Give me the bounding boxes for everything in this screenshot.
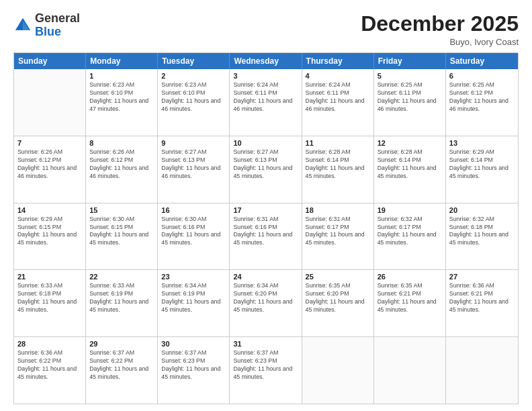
logo: General Blue	[13, 12, 80, 39]
calendar-cell: 18Sunrise: 6:31 AM Sunset: 6:17 PM Dayli…	[302, 203, 374, 270]
day-info: Sunrise: 6:30 AM Sunset: 6:15 PM Dayligh…	[89, 216, 154, 248]
calendar-header: SundayMondayTuesdayWednesdayThursdayFrid…	[14, 53, 518, 69]
day-info: Sunrise: 6:26 AM Sunset: 6:12 PM Dayligh…	[17, 148, 82, 181]
day-info: Sunrise: 6:27 AM Sunset: 6:13 PM Dayligh…	[161, 148, 226, 181]
header: General Blue December 2025 Buyo, Ivory C…	[13, 12, 519, 47]
calendar-cell: 14Sunrise: 6:29 AM Sunset: 6:15 PM Dayli…	[14, 203, 86, 270]
day-info: Sunrise: 6:28 AM Sunset: 6:14 PM Dayligh…	[306, 148, 370, 181]
calendar-cell: 19Sunrise: 6:32 AM Sunset: 6:17 PM Dayli…	[374, 203, 446, 270]
day-info: Sunrise: 6:35 AM Sunset: 6:21 PM Dayligh…	[378, 282, 442, 314]
calendar-cell: 26Sunrise: 6:35 AM Sunset: 6:21 PM Dayli…	[374, 270, 446, 336]
day-number: 6	[449, 72, 515, 80]
calendar-cell: 5Sunrise: 6:25 AM Sunset: 6:11 PM Daylig…	[374, 69, 446, 136]
day-number: 26	[378, 273, 442, 281]
day-info: Sunrise: 6:37 AM Sunset: 6:22 PM Dayligh…	[89, 349, 154, 381]
calendar-week-row: 21Sunrise: 6:33 AM Sunset: 6:18 PM Dayli…	[14, 270, 518, 337]
calendar-cell	[374, 337, 446, 404]
day-number: 25	[306, 273, 370, 281]
day-number: 21	[17, 273, 82, 281]
day-info: Sunrise: 6:25 AM Sunset: 6:12 PM Dayligh…	[449, 81, 515, 113]
calendar-cell: 17Sunrise: 6:31 AM Sunset: 6:16 PM Dayli…	[230, 203, 302, 270]
calendar: SundayMondayTuesdayWednesdayThursdayFrid…	[13, 52, 519, 404]
day-number: 7	[17, 139, 82, 147]
day-number: 11	[306, 139, 370, 147]
day-number: 19	[378, 206, 442, 214]
day-info: Sunrise: 6:23 AM Sunset: 6:10 PM Dayligh…	[161, 81, 226, 113]
day-number: 31	[233, 340, 298, 348]
day-info: Sunrise: 6:34 AM Sunset: 6:20 PM Dayligh…	[233, 282, 298, 314]
calendar-cell: 3Sunrise: 6:24 AM Sunset: 6:11 PM Daylig…	[230, 69, 302, 136]
day-number: 17	[233, 206, 298, 214]
calendar-cell: 2Sunrise: 6:23 AM Sunset: 6:10 PM Daylig…	[158, 69, 230, 136]
calendar-week-row: 14Sunrise: 6:29 AM Sunset: 6:15 PM Dayli…	[14, 203, 518, 271]
location: Buyo, Ivory Coast	[361, 37, 519, 47]
calendar-cell: 23Sunrise: 6:34 AM Sunset: 6:19 PM Dayli…	[158, 270, 230, 336]
calendar-cell: 31Sunrise: 6:37 AM Sunset: 6:23 PM Dayli…	[230, 337, 302, 404]
calendar-cell: 13Sunrise: 6:29 AM Sunset: 6:14 PM Dayli…	[446, 136, 518, 203]
day-info: Sunrise: 6:35 AM Sunset: 6:20 PM Dayligh…	[306, 282, 370, 314]
logo-blue: Blue	[35, 25, 61, 38]
day-number: 20	[449, 206, 515, 214]
weekday-header: Monday	[86, 53, 158, 69]
calendar-cell: 21Sunrise: 6:33 AM Sunset: 6:18 PM Dayli…	[14, 270, 86, 336]
page: General Blue December 2025 Buyo, Ivory C…	[0, 0, 532, 411]
day-number: 27	[449, 273, 515, 281]
day-number: 29	[89, 340, 154, 348]
day-info: Sunrise: 6:24 AM Sunset: 6:11 PM Dayligh…	[306, 81, 370, 113]
day-number: 12	[378, 139, 442, 147]
day-number: 30	[161, 340, 226, 348]
day-number: 8	[89, 139, 154, 147]
calendar-cell: 28Sunrise: 6:36 AM Sunset: 6:22 PM Dayli…	[14, 337, 86, 404]
calendar-cell: 16Sunrise: 6:30 AM Sunset: 6:16 PM Dayli…	[158, 203, 230, 270]
calendar-cell: 20Sunrise: 6:32 AM Sunset: 6:18 PM Dayli…	[446, 203, 518, 270]
calendar-cell: 29Sunrise: 6:37 AM Sunset: 6:22 PM Dayli…	[86, 337, 158, 404]
day-number: 3	[233, 72, 298, 80]
month-year: December 2025	[361, 12, 519, 36]
calendar-cell: 9Sunrise: 6:27 AM Sunset: 6:13 PM Daylig…	[158, 136, 230, 203]
calendar-cell: 25Sunrise: 6:35 AM Sunset: 6:20 PM Dayli…	[302, 270, 374, 336]
calendar-cell: 8Sunrise: 6:26 AM Sunset: 6:12 PM Daylig…	[86, 136, 158, 203]
day-info: Sunrise: 6:29 AM Sunset: 6:14 PM Dayligh…	[449, 148, 515, 181]
day-number: 1	[89, 72, 154, 80]
day-info: Sunrise: 6:37 AM Sunset: 6:23 PM Dayligh…	[233, 349, 298, 381]
calendar-cell: 10Sunrise: 6:27 AM Sunset: 6:13 PM Dayli…	[230, 136, 302, 203]
calendar-cell: 30Sunrise: 6:37 AM Sunset: 6:23 PM Dayli…	[158, 337, 230, 404]
day-number: 4	[306, 72, 370, 80]
weekday-header: Sunday	[14, 53, 86, 69]
day-info: Sunrise: 6:29 AM Sunset: 6:15 PM Dayligh…	[17, 216, 82, 248]
day-info: Sunrise: 6:32 AM Sunset: 6:17 PM Dayligh…	[378, 216, 442, 248]
day-number: 18	[306, 206, 370, 214]
calendar-cell	[14, 69, 86, 136]
day-number: 14	[17, 206, 82, 214]
calendar-cell: 22Sunrise: 6:33 AM Sunset: 6:19 PM Dayli…	[86, 270, 158, 336]
day-info: Sunrise: 6:27 AM Sunset: 6:13 PM Dayligh…	[233, 148, 298, 181]
weekday-header: Saturday	[446, 53, 518, 69]
day-info: Sunrise: 6:24 AM Sunset: 6:11 PM Dayligh…	[233, 81, 298, 113]
day-info: Sunrise: 6:36 AM Sunset: 6:21 PM Dayligh…	[449, 282, 515, 314]
logo-icon	[13, 16, 32, 35]
logo-text: General Blue	[35, 12, 80, 39]
day-info: Sunrise: 6:32 AM Sunset: 6:18 PM Dayligh…	[449, 216, 515, 248]
calendar-week-row: 28Sunrise: 6:36 AM Sunset: 6:22 PM Dayli…	[14, 337, 518, 404]
day-info: Sunrise: 6:26 AM Sunset: 6:12 PM Dayligh…	[89, 148, 154, 181]
day-number: 23	[161, 273, 226, 281]
day-number: 2	[161, 72, 226, 80]
day-number: 9	[161, 139, 226, 147]
day-number: 10	[233, 139, 298, 147]
day-number: 13	[449, 139, 515, 147]
weekday-header: Tuesday	[158, 53, 230, 69]
day-info: Sunrise: 6:36 AM Sunset: 6:22 PM Dayligh…	[17, 349, 82, 381]
day-info: Sunrise: 6:31 AM Sunset: 6:17 PM Dayligh…	[306, 216, 370, 248]
calendar-cell: 15Sunrise: 6:30 AM Sunset: 6:15 PM Dayli…	[86, 203, 158, 270]
logo-general: General	[35, 11, 80, 25]
calendar-cell: 7Sunrise: 6:26 AM Sunset: 6:12 PM Daylig…	[14, 136, 86, 203]
title-block: December 2025 Buyo, Ivory Coast	[361, 12, 519, 47]
calendar-cell: 11Sunrise: 6:28 AM Sunset: 6:14 PM Dayli…	[302, 136, 374, 203]
calendar-cell: 24Sunrise: 6:34 AM Sunset: 6:20 PM Dayli…	[230, 270, 302, 336]
calendar-cell: 12Sunrise: 6:28 AM Sunset: 6:14 PM Dayli…	[374, 136, 446, 203]
day-info: Sunrise: 6:33 AM Sunset: 6:18 PM Dayligh…	[17, 282, 82, 314]
day-info: Sunrise: 6:31 AM Sunset: 6:16 PM Dayligh…	[233, 216, 298, 248]
day-info: Sunrise: 6:33 AM Sunset: 6:19 PM Dayligh…	[89, 282, 154, 314]
day-info: Sunrise: 6:25 AM Sunset: 6:11 PM Dayligh…	[378, 81, 442, 113]
day-info: Sunrise: 6:30 AM Sunset: 6:16 PM Dayligh…	[161, 216, 226, 248]
